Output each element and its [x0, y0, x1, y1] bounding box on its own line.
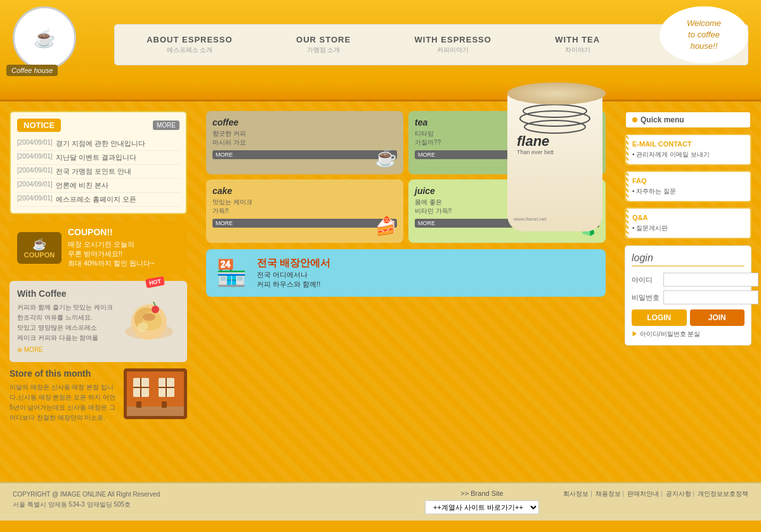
- find-id-pw-link[interactable]: 아이디/비밀번호 분실: [632, 330, 745, 339]
- store-of-month-box: Store of this month 이달의 매장은 신사동 매장 본점 입니…: [10, 368, 187, 434]
- login-pw-input[interactable]: [663, 290, 758, 304]
- store-month-body: 이달의 매장은 신사동 매장 본점 입니다.신사동 매장 본점은 오픈 하지 어…: [10, 382, 117, 423]
- notice-item[interactable]: [2004/09/01] 지난달 이벤트 결과입니다: [17, 151, 179, 165]
- juice-icon: 🧃: [577, 216, 599, 237]
- notice-title: NOTICE: [17, 119, 61, 132]
- quick-item-email[interactable]: E-MAIL CONTACT 관리자께게 이메일 보내기: [625, 134, 751, 165]
- notice-item[interactable]: [2004/09/01] 전국 가맹점 포인트 안내: [17, 165, 179, 179]
- with-coffee-more-button[interactable]: ⊕ MORE: [17, 346, 43, 353]
- quick-item-faq[interactable]: FAQ 자주하는 질문: [625, 171, 751, 202]
- svg-point-9: [152, 306, 159, 313]
- menu-card-coffee[interactable]: coffee 향긋한 커피 마시러 가요 MORE ☕: [206, 111, 403, 174]
- footer-center: >> Brand Site ++계열사 사이트 바로가기++: [419, 490, 545, 514]
- tea-icon: 🍵: [577, 147, 599, 168]
- login-id-input[interactable]: [663, 273, 758, 287]
- store-month-title: Store of this month: [10, 368, 117, 379]
- coupon-box: ☕ COUPON COUPON!! 매장 오시기전 오늘의 무론 받아가세요!!…: [10, 221, 187, 275]
- menu-grid: coffee 향긋한 커피 마시러 가요 MORE ☕ tea 티타임 가질까?…: [206, 111, 606, 243]
- logo-area: ☕ Coffee house: [0, 0, 114, 82]
- notice-more-button[interactable]: MORE: [153, 120, 179, 130]
- brand-site-select[interactable]: ++계열사 사이트 바로가기++: [425, 500, 539, 514]
- notice-item[interactable]: [2004/09/01] 에스프레소 홈페이지 오픈: [17, 193, 179, 207]
- notice-item[interactable]: [2004/09/01] 경기 지점에 관한 안내입니다: [17, 137, 179, 151]
- cup-icon: ☕: [34, 28, 56, 49]
- footer-link-recruit[interactable]: 채용정보: [595, 490, 624, 498]
- coffee-more-button[interactable]: MORE: [212, 150, 397, 159]
- quick-menu-label: Quick menu: [641, 115, 684, 124]
- logo-text: Coffee house: [6, 65, 58, 76]
- footer-link-privacy[interactable]: 개인정보보호정책: [698, 490, 748, 498]
- footer-link-notice[interactable]: 공지사항: [666, 490, 694, 498]
- footer: COPYRIGHT @ IMAGE ONLINE All Right Reser…: [0, 482, 761, 521]
- navigation: ABOUT ESPRESSO 에스프레소 소개 OUR STORE 가맹점 소개…: [114, 24, 748, 65]
- tea-more-button[interactable]: MORE: [415, 150, 599, 159]
- promo-icon: 🏪: [216, 258, 247, 288]
- login-button[interactable]: LOGIN: [632, 309, 687, 326]
- store-month-more-button[interactable]: ⊕ MORE: [10, 426, 36, 433]
- notice-header: NOTICE MORE: [17, 119, 179, 132]
- coupon-badge: ☕ COUPON: [17, 232, 62, 264]
- header: ☕ Coffee house ABOUT ESPRESSO 에스프레소 소개 O…: [0, 0, 761, 82]
- coffee-icon: ☕: [375, 147, 397, 168]
- footer-links: 회사정보 채용정보 판매처안내 공지사항 개인정보보호정책: [558, 490, 748, 498]
- footer-link-dealers[interactable]: 판매처안내: [627, 490, 662, 498]
- store-month-text: Store of this month 이달의 매장은 신사동 매장 본점 입니…: [10, 368, 117, 434]
- quick-menu-header: Quick menu: [625, 111, 751, 129]
- header-stripe: [0, 82, 761, 101]
- login-box: login 아이디 비밀번호 LOGIN JOIN 아이디/비밀번호 분실: [625, 245, 751, 346]
- with-coffee-body: 커피와 함께 즐기는 맛있는 케이크 한조각의 여유를 느끼세요. 맛있고 영양…: [17, 302, 119, 343]
- welcome-bubble: Welcometo coffeehouse!!: [660, 6, 748, 63]
- join-button[interactable]: JOIN: [690, 309, 745, 326]
- hot-badge: HOT: [145, 276, 165, 289]
- svg-rect-19: [127, 406, 184, 416]
- login-buttons: LOGIN JOIN: [632, 309, 745, 326]
- footer-left: COPYRIGHT @ IMAGE ONLINE All Right Reser…: [13, 490, 406, 510]
- nav-with-espresso[interactable]: WITH ESPRESSO 커피이야기: [415, 35, 491, 55]
- store-month-image: [124, 368, 187, 419]
- promo-text: 전국 배장안에서 전국 어디에서나커피 하우스와 함께!!: [257, 257, 330, 289]
- login-pw-label: 비밀번호: [632, 293, 660, 302]
- pastry-decoration: HOT: [120, 281, 184, 344]
- svg-point-7: [143, 313, 155, 321]
- svg-rect-20: [136, 401, 141, 408]
- nav-about-espresso[interactable]: ABOUT ESPRESSO 에스프레소 소개: [146, 35, 232, 55]
- promo-banner: 🏪 전국 배장안에서 전국 어디에서나커피 하우스와 함께!!: [206, 249, 606, 297]
- footer-copyright: COPYRIGHT @ IMAGE ONLINE All Right Reser…: [13, 490, 406, 510]
- notice-box: NOTICE MORE [2004/09/01] 경기 지점에 관한 안내입니다…: [10, 111, 187, 214]
- coupon-text: COUPON!! 매장 오시기전 오늘의 무론 받아가세요!! 최대 40%까지…: [68, 227, 155, 268]
- menu-card-juice[interactable]: juice 몸에 좋은 비타민 가득!! MORE 🧃: [408, 179, 606, 243]
- right-column: Quick menu E-MAIL CONTACT 관리자께게 이메일 보내기 …: [615, 101, 761, 482]
- notice-list: [2004/09/01] 경기 지점에 관한 안내입니다 [2004/09/01…: [17, 137, 179, 207]
- svg-point-8: [138, 322, 148, 332]
- center-column: coffee 향긋한 커피 마시러 가요 MORE ☕ tea 티타임 가질까?…: [197, 101, 615, 482]
- juice-more-button[interactable]: MORE: [415, 219, 599, 228]
- login-id-row: 아이디: [632, 273, 745, 287]
- quick-item-qa[interactable]: Q&A 질문게시판: [625, 207, 751, 239]
- cake-icon: 🍰: [375, 216, 397, 237]
- logo-circle: ☕: [13, 6, 76, 70]
- svg-rect-21: [162, 401, 167, 408]
- main-content: flane Than ever bett www.flanel.net NOTI…: [0, 101, 761, 482]
- login-pw-row: 비밀번호: [632, 290, 745, 304]
- login-id-label: 아이디: [632, 275, 660, 285]
- login-title: login: [632, 252, 745, 266]
- cake-more-button[interactable]: MORE: [212, 219, 397, 228]
- menu-card-tea[interactable]: tea 티타임 가질까?? MORE 🍵: [408, 111, 606, 174]
- nav-with-tea[interactable]: WITH TEA 차이야기: [555, 35, 600, 55]
- left-column: NOTICE MORE [2004/09/01] 경기 지점에 관한 안내입니다…: [0, 101, 197, 482]
- footer-link-company[interactable]: 회사정보: [563, 490, 592, 498]
- menu-card-cake[interactable]: cake 맛있는 케이크 가득!! MORE 🍰: [206, 179, 403, 243]
- with-coffee-box: With Coffee 커피와 함께 즐기는 맛있는 케이크 한조각의 여유를 …: [10, 281, 187, 362]
- nav-our-store[interactable]: OUR STORE 가맹점 소개: [296, 35, 351, 55]
- notice-item[interactable]: [2004/09/01] 언론에 비친 본사: [17, 179, 179, 193]
- brand-site-label: >> Brand Site: [419, 490, 545, 497]
- quick-menu-dot: [632, 117, 637, 122]
